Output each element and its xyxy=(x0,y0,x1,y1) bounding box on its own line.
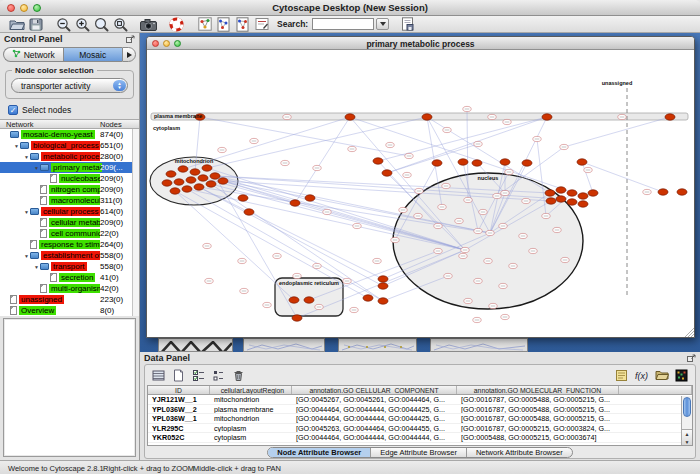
table-cell[interactable]: [GO:0016787, GO:0005488, GO:0005215, G..… xyxy=(457,405,619,414)
search-dropdown-icon[interactable] xyxy=(376,18,389,30)
table-cell[interactable]: [GO:0016787, GO:0005488, GO:0005215, G..… xyxy=(457,414,619,423)
table-row[interactable]: YJR121W__1mitochondrion[GO:0045267, GO:0… xyxy=(148,395,692,405)
tree-row[interactable]: ▼metabolic process280(0) xyxy=(0,151,132,162)
select-nodes-checkbox[interactable]: ✓ xyxy=(8,105,18,115)
new-attribute-icon[interactable] xyxy=(170,368,187,383)
tree-row[interactable]: nucleobase-209(0) xyxy=(0,173,132,184)
network-node[interactable] xyxy=(190,169,200,175)
network-node[interactable] xyxy=(198,175,208,181)
tree-row[interactable]: secretion41(0) xyxy=(0,272,132,283)
tree-row[interactable]: nitrogen compo209(0) xyxy=(0,184,132,195)
zoom-in-icon[interactable] xyxy=(73,16,92,32)
table-cell[interactable]: YKR052C xyxy=(148,433,210,442)
table-cell[interactable]: YPL036W__2 xyxy=(148,405,210,414)
zoom-fit-icon[interactable] xyxy=(111,16,130,32)
network-node[interactable] xyxy=(578,193,588,199)
table-cell[interactable]: [GO:0044464, GO:0044444, GO:0044444, G..… xyxy=(292,433,457,442)
node-color-dropdown[interactable]: transporter activity ▲▼ xyxy=(11,78,128,93)
disclosure-icon[interactable]: ▼ xyxy=(33,165,40,171)
tab-edge-attribute-browser[interactable]: Edge Attribute Browser xyxy=(371,448,467,457)
network-canvas[interactable]: plasma membranecytoplasmmitochondrionnuc… xyxy=(147,50,694,337)
table-cell[interactable]: cytoplasm xyxy=(210,433,292,442)
network-node[interactable] xyxy=(545,190,555,196)
background-window-strip[interactable] xyxy=(338,338,417,352)
tab-overflow-icon[interactable] xyxy=(122,47,136,62)
network-node[interactable] xyxy=(304,297,314,303)
col-header-region[interactable]: _cellularLayoutRegion xyxy=(210,386,292,394)
network-node[interactable] xyxy=(244,209,254,215)
table-row[interactable]: YPL036W__1mitochondrion[GO:0044464, GO:0… xyxy=(148,414,692,424)
network-node[interactable] xyxy=(373,158,383,164)
table-cell[interactable]: [GO:0044464, GO:0044444, GO:0044425, G..… xyxy=(292,405,457,414)
network-node[interactable] xyxy=(292,315,302,321)
open-icon[interactable] xyxy=(7,16,26,32)
tree-row[interactable]: cellular metabo209(0) xyxy=(0,217,132,228)
table-cell[interactable]: [GO:0045263, GO:0044464, GO:0044455, G..… xyxy=(292,424,457,433)
disclosure-icon[interactable]: ▼ xyxy=(33,264,40,270)
network-node[interactable] xyxy=(577,159,587,165)
table-cell[interactable]: plasma membrane xyxy=(210,405,292,414)
function-icon[interactable]: f(x) xyxy=(633,368,650,383)
table-row[interactable]: YKR052Ccytoplasm[GO:0044464, GO:0044444,… xyxy=(148,433,692,443)
table-scrollbar-arrows[interactable]: ▲▼ xyxy=(682,429,692,445)
network-node[interactable] xyxy=(174,179,184,185)
network-node[interactable] xyxy=(378,298,388,304)
unselect-attributes-icon[interactable] xyxy=(210,368,227,383)
network-node[interactable] xyxy=(345,114,355,120)
network-node[interactable] xyxy=(206,181,216,187)
tree-row[interactable]: unassigned223(0) xyxy=(0,294,132,305)
network-node[interactable] xyxy=(378,283,388,289)
table-row[interactable]: YLR295Ccytoplasm[GO:0045263, GO:0044464,… xyxy=(148,424,692,434)
col-header-id[interactable]: ID xyxy=(148,386,210,394)
network-file-blue-icon[interactable] xyxy=(214,16,233,32)
table-cell[interactable]: [GO:0044464, GO:0044444, GO:0044425, G..… xyxy=(292,414,457,423)
table-cell[interactable]: YJR121W__1 xyxy=(148,395,210,404)
table-cell[interactable]: [GO:0016787, GO:0005488, GO:0005215, G..… xyxy=(457,395,619,404)
network-node[interactable] xyxy=(556,187,566,193)
app-title-bar[interactable]: Cytoscape Desktop (New Session) xyxy=(0,0,700,16)
resize-grip[interactable] xyxy=(688,331,694,337)
network-node[interactable] xyxy=(588,190,598,196)
network-node[interactable] xyxy=(578,201,588,207)
matrix-icon[interactable] xyxy=(673,368,690,383)
tree-row[interactable]: ▼biological_process651(0) xyxy=(0,140,132,151)
network-node[interactable] xyxy=(290,200,300,206)
attribute-grid-icon[interactable] xyxy=(150,368,167,383)
network-node[interactable] xyxy=(202,165,212,171)
tab-network[interactable]: Network xyxy=(3,47,63,62)
delete-attribute-icon[interactable] xyxy=(230,368,247,383)
network-node[interactable] xyxy=(458,159,468,165)
disclosure-icon[interactable]: ▼ xyxy=(23,209,30,215)
network-node[interactable] xyxy=(432,160,442,166)
disclosure-icon[interactable]: ▼ xyxy=(23,253,30,259)
tree-row[interactable]: Overview8(0) xyxy=(0,305,132,316)
zoom-out-icon[interactable] xyxy=(54,16,73,32)
tab-network-attribute-browser[interactable]: Network Attribute Browser xyxy=(467,448,572,457)
network-node[interactable] xyxy=(677,189,687,195)
network-file-red-icon[interactable] xyxy=(233,16,252,32)
resize-grip[interactable] xyxy=(691,334,694,337)
disclosure-icon[interactable]: ▼ xyxy=(13,143,20,149)
network-node[interactable] xyxy=(500,159,510,165)
table-cell[interactable]: [GO:0016787, GO:0005215, GO:0003824, G..… xyxy=(457,424,619,433)
network-node[interactable] xyxy=(238,195,248,201)
tree-row[interactable]: response to stimulu264(0) xyxy=(0,239,132,250)
network-node[interactable] xyxy=(382,170,392,176)
col-header-molecular-function[interactable]: annotation.GO MOLECULAR_FUNCTION xyxy=(457,386,619,394)
network-node[interactable] xyxy=(567,199,577,205)
network-node[interactable] xyxy=(170,188,180,194)
network-node[interactable] xyxy=(422,114,432,120)
tree-row[interactable]: ▼cellular process614(0) xyxy=(0,206,132,217)
save-session-icon[interactable] xyxy=(398,16,417,32)
network-node[interactable] xyxy=(472,160,482,166)
snapshot-icon[interactable] xyxy=(139,16,158,32)
tree-row[interactable]: ▼primary metabo209(... xyxy=(0,162,132,173)
birdseye-view-panel[interactable] xyxy=(3,318,136,457)
network-node[interactable] xyxy=(186,177,196,183)
tree-row[interactable]: cell communicat22(0) xyxy=(0,228,132,239)
tab-mosaic[interactable]: Mosaic xyxy=(63,47,123,62)
save-icon[interactable] xyxy=(26,16,45,32)
network-node[interactable] xyxy=(182,186,192,192)
table-cell[interactable]: mitochondrion xyxy=(210,395,292,404)
disclosure-icon[interactable]: ▼ xyxy=(23,154,30,160)
